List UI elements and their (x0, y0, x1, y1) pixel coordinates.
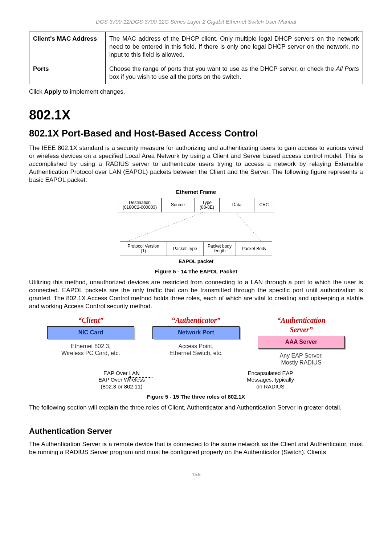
frame-cell-data: Data (220, 198, 254, 212)
ethernet-frame-row: Destination (0180C2-000003) Source Type … (109, 198, 283, 212)
frame-cell-type: Type (88-8E) (194, 198, 220, 212)
frame-cell-destination: Destination (0180C2-000003) (118, 198, 162, 212)
text: Destination (120, 200, 160, 205)
eapol-packet-row: Protocol Version (1) Packet Type Packet … (109, 241, 283, 256)
page-number: 155 (29, 471, 363, 478)
text: Any EAP Server, (280, 353, 323, 359)
param-key: Client's MAC Address (29, 32, 106, 62)
body-paragraph: The IEEE 802.1X standard is a security m… (29, 144, 363, 184)
apply-bold: Apply (44, 88, 61, 95)
role-label-client: “Client” (47, 315, 134, 325)
packet-cell-body: Packet Body (236, 241, 272, 256)
text: Encapsulated EAP (248, 370, 293, 376)
all-ports-emphasis: All Ports (336, 65, 359, 72)
text: length (205, 249, 234, 253)
page-header: DGS-3700-12/DGS-3700-12G Series Layer 2 … (29, 18, 363, 27)
param-key: Ports (29, 62, 106, 84)
figure-caption-14: Figure 5 - 14 The EAPOL Packet (29, 268, 363, 275)
text: Messages, typically (247, 376, 294, 383)
diagram-title-top: Ethernet Frame (109, 188, 283, 196)
nic-card-box: NIC Card (47, 326, 134, 339)
text: Type (196, 200, 218, 205)
diagram-connector-area (109, 212, 283, 241)
text: Ethernet Switch, etc. (170, 350, 223, 356)
diagram-title-bottom: EAPOL packet (109, 258, 283, 265)
text: Click (29, 88, 44, 95)
text: box if you wish to use all the ports on … (109, 73, 241, 80)
text: EAP Over LAN (103, 370, 140, 376)
table-row: Ports Choose the range of ports that you… (29, 62, 363, 84)
text: (88-8E) (196, 205, 218, 210)
aaa-server-box: AAA Server (258, 336, 345, 349)
param-value: The MAC address of the DHCP client. Only… (106, 32, 363, 62)
frame-cell-source: Source (162, 198, 194, 212)
body-paragraph: The Authentication Server is a remote de… (29, 440, 363, 456)
text: Wireless PC Card, etc. (61, 350, 120, 356)
arrow-left-icon (131, 377, 152, 378)
text: on RADIUS (256, 383, 285, 390)
text: (0180C2-000003) (120, 205, 160, 210)
auth-server-heading: Authentication Server (29, 426, 363, 437)
section-heading-8021x: 802.1X (29, 107, 363, 124)
eapol-packet-diagram: Ethernet Frame Destination (0180C2-00000… (109, 188, 283, 265)
apply-instruction: Click Apply to implement changes. (29, 88, 363, 96)
subsection-heading: 802.1X Port-Based and Host-Based Access … (29, 127, 363, 140)
port-desc: Access Point, Ethernet Switch, etc. (152, 343, 240, 357)
network-port-box: Network Port (152, 326, 240, 339)
figure-caption-15: Figure 5 - 15 The three roles of 802.1X (29, 393, 363, 400)
svg-line-1 (236, 212, 261, 241)
text: Ethernet 802.3, (71, 343, 110, 349)
client-column: “Client” NIC Card Ethernet 802.3, Wirele… (47, 315, 134, 357)
parameter-table: Client's MAC Address The MAC address of … (29, 32, 363, 84)
nic-desc: Ethernet 802.3, Wireless PC Card, etc. (47, 343, 134, 357)
text: (802.3 or 802.11) (101, 383, 142, 390)
svg-line-0 (127, 212, 203, 241)
text: Mostly RADIUS (281, 359, 321, 366)
body-paragraph: Utilizing this method, unauthorized devi… (29, 278, 363, 310)
role-label-authenticator: “Authenticator” (152, 315, 240, 325)
server-column: “Authentication Server” AAA Server Any E… (258, 315, 345, 366)
packet-cell-version: Protocol Version (1) (120, 241, 167, 256)
authenticator-column: “Authenticator” Network Port Access Poin… (152, 315, 240, 357)
three-roles-diagram: “Client” NIC Card Ethernet 802.3, Wirele… (47, 315, 345, 390)
aaa-desc: Any EAP Server, Mostly RADIUS (258, 352, 345, 366)
eap-lan-label: EAP Over LAN EAP Over Wireless (802.3 or… (71, 370, 172, 390)
text: (1) (122, 249, 165, 253)
connector-lines-icon (109, 212, 283, 241)
frame-cell-crc: CRC (254, 198, 274, 212)
text: to implement changes. (61, 88, 125, 95)
packet-cell-length: Packet body length (203, 241, 236, 256)
body-paragraph: The following section will explain the t… (29, 404, 363, 412)
text: Server” (290, 326, 313, 334)
param-value: Choose the range of ports that you want … (106, 62, 363, 84)
table-row: Client's MAC Address The MAC address of … (29, 32, 363, 62)
encapsulated-eap-label: Encapsulated EAP Messages, typically on … (220, 370, 321, 390)
text: Access Point, (179, 343, 214, 349)
text: “Authentication (277, 316, 325, 324)
packet-cell-type: Packet Type (167, 241, 203, 256)
text: Choose the range of ports that you want … (109, 65, 336, 72)
role-label-server: “Authentication Server” (258, 315, 345, 334)
